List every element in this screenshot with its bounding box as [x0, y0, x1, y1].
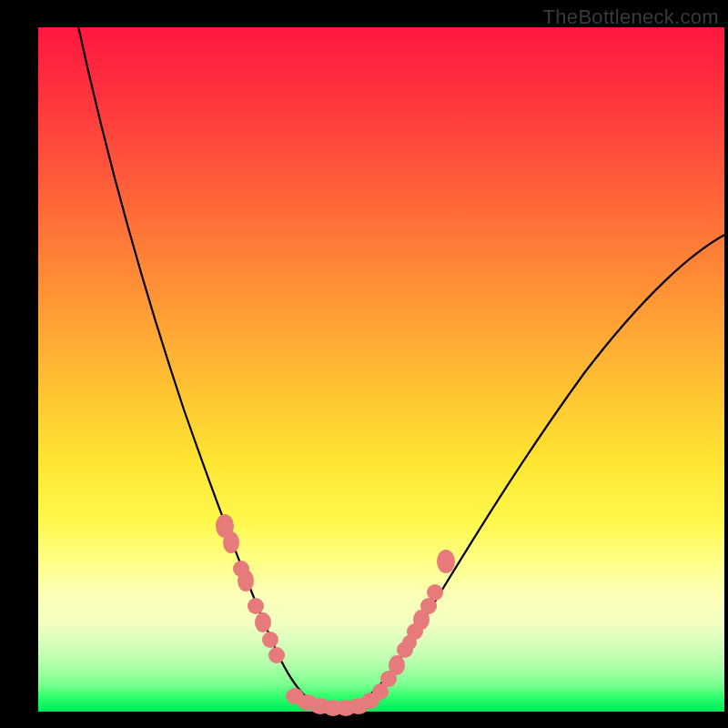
plot-area: [38, 27, 724, 712]
marker-left: [248, 598, 264, 614]
marker-right: [427, 584, 443, 601]
marker-left: [223, 531, 239, 553]
curve-right-branch: [329, 232, 728, 710]
curve-left-branch: [76, 18, 329, 710]
watermark-text: TheBottleneck.com: [543, 5, 719, 29]
bottleneck-curve: [38, 27, 724, 712]
marker-left: [262, 632, 278, 648]
chart-frame: TheBottleneck.com: [0, 0, 728, 728]
marker-left: [238, 570, 254, 592]
marker-left: [255, 612, 271, 632]
marker-right: [389, 655, 405, 675]
marker-left: [268, 647, 285, 663]
marker-right: [437, 550, 455, 573]
